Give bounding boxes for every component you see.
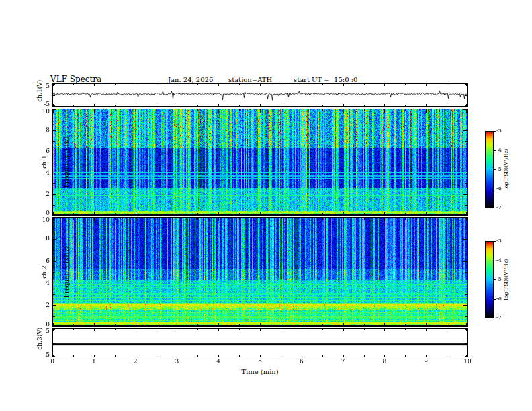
header-start-ut: start UT = 15:0 :0 <box>294 76 357 83</box>
colorbar-ch2 <box>485 241 494 318</box>
tick-label: -6 <box>496 186 502 191</box>
colorbar-tick <box>494 189 496 189</box>
tick-label: 7 <box>341 359 345 365</box>
figure-title: VLF Spectra <box>50 75 101 84</box>
tick-label: -3 <box>496 128 502 134</box>
ch1-spectrogram-canvas <box>52 109 468 216</box>
tick-label: 0 <box>46 322 50 328</box>
tick-label: -7 <box>496 315 502 320</box>
colorbar-tick <box>494 131 496 132</box>
tick-label: 3 <box>175 359 179 365</box>
tick-label: 8 <box>383 359 387 365</box>
ch3-wave-ylabel-text: ch.3(V) <box>36 328 43 350</box>
tick-label: 0 <box>46 210 50 216</box>
tick-label: 5 <box>258 359 262 365</box>
ch1-spec-ylabel-line1: ch.1 <box>41 115 48 209</box>
colorbar-tick <box>494 208 496 208</box>
colorbar-tick <box>494 241 496 242</box>
panel-ch3-waveform <box>52 328 468 357</box>
vlf-spectra-figure: VLF Spectra Jan. 24, 2026 station=ATH st… <box>0 0 532 411</box>
xaxis-title: Time (min) <box>241 368 278 375</box>
ch2-spec-ylabel: ch.2 Frequency (kHz) <box>26 225 41 319</box>
colorbar-tick <box>494 279 496 280</box>
tick-label: 10 <box>463 359 471 365</box>
ch2-spec-ylabel-line1: ch.2 <box>41 225 48 319</box>
tick-label: -5 <box>496 277 502 282</box>
header-station: station=ATH <box>228 76 272 83</box>
ch1-waveform-canvas <box>52 83 468 107</box>
ch2-spec-ylabel-line2: Frequency (kHz) <box>63 225 71 319</box>
colorbar-ch1 <box>485 131 494 208</box>
tick-label: -3 <box>496 238 502 244</box>
colorbar-ch1-title: log(PSD)(V²/Hz) <box>503 129 510 210</box>
tick-label: 5 <box>46 83 50 89</box>
tick-label: 4 <box>216 359 220 365</box>
tick-label: -4 <box>496 258 502 263</box>
ch1-spec-ylabel-line2: Frequency (kHz) <box>63 115 71 209</box>
tick-label: 2 <box>134 359 138 365</box>
tick-label: 9 <box>424 359 428 365</box>
colorbar-tick <box>494 261 496 261</box>
tick-label: 0 <box>50 359 54 365</box>
ch1-wave-ylabel: ch.1(V) <box>29 68 37 122</box>
colorbar-tick <box>494 299 496 300</box>
tick-label: 10 <box>42 217 50 223</box>
panel-ch1-spectrogram <box>52 109 468 216</box>
tick-label: 6 <box>300 359 304 365</box>
tick-label: -7 <box>496 205 502 210</box>
colorbar-tick <box>494 318 496 318</box>
panel-ch1-waveform <box>52 83 468 107</box>
header-date: Jan. 24, 2026 <box>168 76 213 83</box>
ch1-spec-ylabel: ch.1 Frequency (kHz) <box>26 115 41 209</box>
tick-label: 1 <box>92 359 96 365</box>
ch1-wave-ylabel-text: ch.1(V) <box>36 80 43 102</box>
colorbar-tick <box>494 169 496 170</box>
ch3-waveform-canvas <box>52 328 468 357</box>
tick-label: -5 <box>44 101 50 107</box>
colorbar-tick <box>494 150 496 151</box>
tick-label: -4 <box>496 148 502 153</box>
colorbar-ch2-title: log(PSD)(V²/Hz) <box>503 239 510 320</box>
ch2-spectrogram-canvas <box>52 217 468 327</box>
ch3-wave-ylabel: ch.3(V) <box>29 316 37 369</box>
tick-label: -5 <box>496 167 502 172</box>
tick-label: 5 <box>46 328 50 334</box>
tick-label: -6 <box>496 296 502 302</box>
tick-label: -5 <box>44 352 50 358</box>
panel-ch2-spectrogram <box>52 217 468 327</box>
